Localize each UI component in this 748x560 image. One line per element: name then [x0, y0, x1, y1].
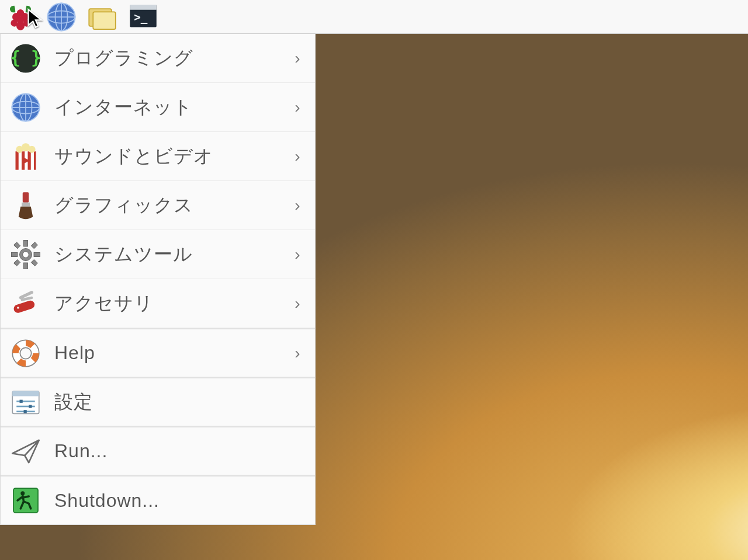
terminal-button[interactable] [126, 2, 160, 32]
menu-item-label: プログラミング [54, 46, 279, 71]
globe-icon [9, 91, 43, 124]
globe-icon [44, 0, 78, 34]
code-braces-icon [9, 41, 43, 75]
menu-item-label: システムツール [54, 242, 279, 267]
menu-item-label: サウンドとビデオ [54, 144, 279, 169]
menu-item-internet[interactable]: インターネット › [1, 83, 315, 132]
chevron-right-icon: › [290, 98, 304, 117]
menu-item-programming[interactable]: プログラミング › [1, 34, 315, 83]
menu-item-accessories[interactable]: アクセサリ › [1, 279, 315, 328]
menu-item-label: Help [54, 342, 279, 364]
menu-item-label: Run... [54, 440, 279, 462]
menu-item-sound-video[interactable]: サウンドとビデオ › [1, 132, 315, 181]
taskbar [0, 0, 748, 34]
lifebuoy-icon [9, 336, 43, 370]
swissknife-icon [9, 287, 43, 321]
application-menu: プログラミング › インターネット › サウンドとビデオ › グラフィックス ›… [0, 34, 316, 525]
popcorn-icon [9, 140, 43, 173]
menu-item-label: グラフィックス [54, 193, 279, 218]
gear-icon [9, 238, 43, 272]
menu-item-system-tools[interactable]: システムツール › [1, 230, 315, 279]
raspberry-icon [4, 0, 37, 34]
menu-button[interactable] [4, 2, 37, 32]
menu-item-label: Shutdown... [54, 490, 279, 512]
chevron-right-icon: › [290, 344, 304, 363]
menu-item-help[interactable]: Help › [1, 328, 315, 377]
menu-item-preferences[interactable]: 設定 [1, 377, 315, 426]
chevron-right-icon: › [290, 49, 304, 68]
menu-item-label: 設定 [54, 389, 279, 415]
chevron-right-icon: › [290, 245, 304, 264]
exit-icon [9, 484, 43, 517]
chevron-right-icon: › [290, 147, 304, 166]
sliders-icon [9, 385, 43, 419]
chevron-right-icon: › [290, 196, 304, 215]
menu-item-shutdown[interactable]: Shutdown... [1, 475, 315, 524]
paperplane-icon [9, 434, 43, 468]
web-browser-button[interactable] [44, 2, 78, 32]
folder-icon [85, 0, 119, 34]
chevron-right-icon: › [290, 294, 304, 313]
file-manager-button[interactable] [85, 2, 119, 32]
terminal-icon [126, 0, 160, 34]
menu-item-graphics[interactable]: グラフィックス › [1, 181, 315, 230]
menu-item-label: アクセサリ [54, 291, 279, 316]
menu-item-run[interactable]: Run... [1, 426, 315, 475]
paintbrush-icon [9, 189, 43, 222]
menu-item-label: インターネット [54, 95, 279, 120]
